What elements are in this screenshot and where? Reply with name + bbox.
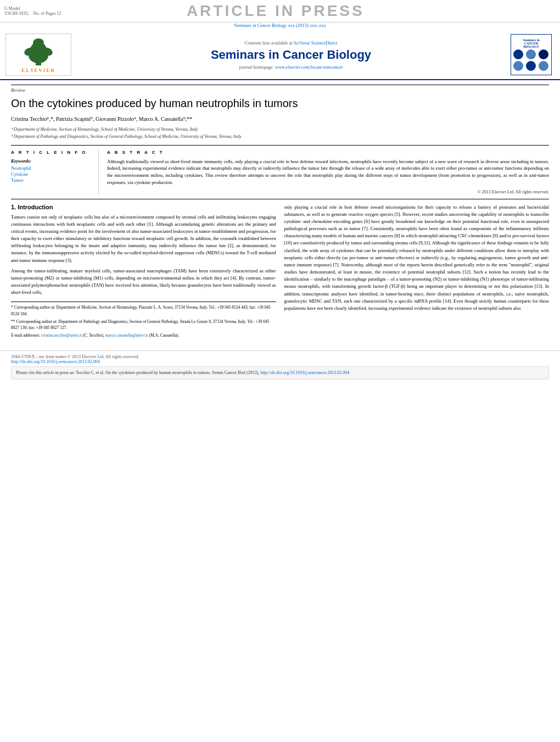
homepage-link[interactable]: www.elsevier.com/locate/semcancer (275, 64, 343, 70)
abstract-text: Although traditionally viewed as short-l… (107, 158, 549, 186)
right-para-1: only playing a crucial role in host defe… (284, 204, 550, 313)
affiliation-a: ᵃ Department of Medicine, Section of Hem… (11, 126, 549, 133)
elsevier-tree-icon (16, 36, 60, 66)
email-link-2[interactable]: marco.cassatella@univr.it (105, 333, 148, 338)
intro-heading: 1. Introduction (11, 204, 276, 210)
journal-header: ELSEVIER Contents lists available at Sci… (0, 30, 560, 80)
header-top-bar: G Model YSCBI-1035; No. of Pages 12 ARTI… (0, 0, 560, 23)
col-left: 1. Introduction Tumors consist not only … (11, 204, 276, 341)
keyword-tumor[interactable]: Tumor (11, 177, 93, 183)
footnote-1: * Corresponding author at: Department of… (11, 304, 276, 317)
email-link-1[interactable]: cristina.tecchio@univr.it (41, 333, 82, 338)
logo-circles (513, 49, 550, 71)
section-label: Review (11, 85, 549, 93)
logo-circle-4 (513, 61, 523, 71)
journal-logo-right: Seminars inCANCERBIOLOGY (511, 34, 555, 75)
article-id: YSCBI-1035; No. of Pages 12 (4, 11, 61, 16)
affiliation-b: ᵇ Department of Pathology and Diagnostic… (11, 133, 549, 141)
article-in-press-banner: ARTICLE IN PRESS (61, 2, 490, 20)
svg-point-3 (33, 38, 44, 47)
logo-circle-1 (513, 49, 523, 59)
logo-circle-2 (526, 49, 536, 59)
main-content: Review On the cytokines produced by huma… (0, 80, 560, 345)
page-footer: 1044-579X/$ – see front matter © 2013 El… (0, 350, 560, 383)
keyword-cytokine[interactable]: Cytokine (11, 171, 93, 177)
journal-center: Contents lists available at SciVerse Sci… (77, 40, 505, 70)
authors-line: Cristina Tecchioᵃ,*, Patrizia Scapiniᵇ, … (11, 115, 549, 123)
gmodel-label: G Model (4, 6, 61, 11)
footer-cite: Please cite this article in press as: Te… (11, 366, 549, 380)
logo-circle-5 (526, 61, 536, 71)
doi-link[interactable]: http://dx.doi.org/10.1016/j.semcancer.20… (11, 359, 100, 364)
gmodel-info: G Model YSCBI-1035; No. of Pages 12 (4, 6, 61, 16)
article-info-abstract: A R T I C L E I N F O Keywords: Neutroph… (11, 145, 549, 199)
journal-homepage: journal homepage: www.elsevier.com/locat… (77, 64, 505, 70)
article-info-title: A R T I C L E I N F O (11, 150, 93, 155)
footnote-2: ** Corresponding author at: Department o… (11, 319, 276, 331)
intro-para-2: Among the tumor-infiltrating, mature mye… (11, 267, 276, 297)
cite-doi-link[interactable]: http://dx.doi.org/10.1016/j.semcancer.20… (260, 370, 349, 375)
article-title: On the cytokines produced by human neutr… (11, 96, 549, 110)
abstract-copyright: © 2013 Elsevier Ltd. All rights reserved… (107, 189, 549, 194)
article-info-section: A R T I C L E I N F O Keywords: Neutroph… (11, 150, 99, 194)
intro-para-1: Tumors consist not only of neoplastic ce… (11, 214, 276, 264)
logo-circle-6 (539, 61, 548, 71)
body-section: 1. Introduction Tumors consist not only … (11, 204, 549, 341)
logo-circle-3 (539, 49, 548, 59)
journal-title: Seminars in Cancer Biology (77, 48, 505, 62)
keywords-label: Keywords: (11, 158, 93, 164)
abstract-section: A B S T R A C T Although traditionally v… (107, 150, 549, 194)
journal-issue-line: Seminars in Cancer Biology xxx (2013) xx… (0, 23, 560, 28)
sciverse-line: Contents lists available at SciVerse Sci… (77, 40, 505, 46)
footnotes: * Corresponding author at: Department of… (11, 302, 276, 338)
sciverse-link[interactable]: SciVerse ScienceDirect (294, 40, 338, 46)
elsevier-logo: ELSEVIER (5, 34, 71, 76)
affiliations: ᵃ Department of Medicine, Section of Hem… (11, 126, 549, 141)
col-right: only playing a crucial role in host defe… (284, 204, 550, 341)
journal-logo-box: Seminars inCANCERBIOLOGY (511, 34, 552, 75)
keyword-neutrophil[interactable]: Neutrophil (11, 165, 93, 171)
elsevier-brand-text: ELSEVIER (21, 68, 55, 73)
footnote-emails: E-mail addresses: cristina.tecchio@univr… (11, 332, 276, 338)
abstract-title: A B S T R A C T (107, 150, 549, 155)
footer-doi: 1044-579X/$ – see front matter © 2013 El… (11, 354, 549, 364)
